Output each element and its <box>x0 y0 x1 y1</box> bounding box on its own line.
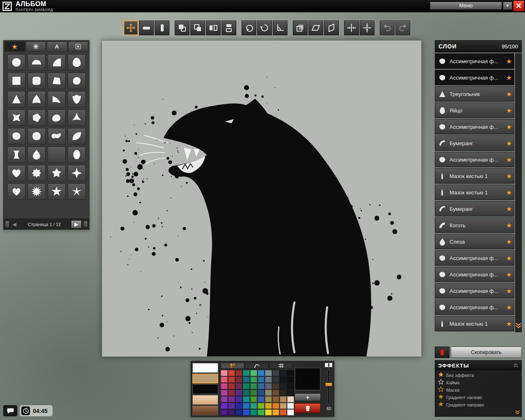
shape-trapezoid[interactable] <box>48 73 66 89</box>
align-horizontal-button[interactable] <box>344 21 359 35</box>
favorite-star-icon[interactable]: ★ <box>504 271 514 278</box>
shape-leaf[interactable] <box>68 128 86 144</box>
menu-button[interactable]: Меню <box>430 2 502 10</box>
layer-row[interactable]: Мазок кистью 1 ★ <box>435 316 514 331</box>
effect-item[interactable]: Маска <box>435 386 521 394</box>
palette-color[interactable] <box>287 370 294 376</box>
palette-color[interactable] <box>272 370 279 376</box>
shape-oval[interactable] <box>68 146 86 163</box>
palette-color[interactable] <box>258 403 265 409</box>
palette-color[interactable] <box>235 396 242 402</box>
palette-color[interactable] <box>221 409 228 415</box>
current-color-swatch[interactable] <box>192 395 218 405</box>
current-color-swatch[interactable] <box>192 374 218 383</box>
palette-color[interactable] <box>221 390 228 396</box>
favorite-star-icon[interactable]: ★ <box>504 254 514 262</box>
shape-three-point-star[interactable] <box>68 110 86 126</box>
brush-tab[interactable] <box>245 363 269 369</box>
scroll-up-icon[interactable] <box>513 363 518 368</box>
palette-color[interactable] <box>287 409 294 415</box>
palette-color[interactable] <box>287 396 294 402</box>
layer-row[interactable]: Ассиметричная ф... ★ <box>435 70 514 85</box>
shape-rounded-square[interactable] <box>27 73 46 89</box>
palette-color[interactable] <box>280 383 287 389</box>
palette-color[interactable] <box>250 383 257 389</box>
stretch-horizontal-tool[interactable] <box>139 21 154 35</box>
palette-color[interactable] <box>221 377 228 383</box>
palette-color[interactable] <box>272 403 279 409</box>
palette-color[interactable] <box>228 403 235 409</box>
current-color-swatch[interactable] <box>192 406 218 415</box>
next-page-button[interactable]: ▶ <box>71 220 82 228</box>
favorite-star-icon[interactable]: ★ <box>504 139 514 147</box>
angle-button[interactable] <box>273 21 288 35</box>
shape-bowtie[interactable] <box>27 110 46 126</box>
favorite-star-icon[interactable]: ★ <box>504 57 514 65</box>
bring-forward-button[interactable] <box>190 21 205 35</box>
shape-i-beam[interactable] <box>7 146 25 163</box>
palette-color[interactable] <box>228 396 235 402</box>
stretch-vertical-tool[interactable] <box>155 21 169 35</box>
shape-quarter-circle[interactable] <box>48 54 66 71</box>
palette-color[interactable] <box>265 377 272 383</box>
palette-color[interactable] <box>250 370 257 376</box>
layer-row[interactable]: Мазок кистью 1 ★ <box>435 168 514 184</box>
skew-horizontal-button[interactable] <box>308 21 323 35</box>
opacity-slider-handle[interactable] <box>325 383 332 386</box>
palette-color[interactable] <box>221 383 228 389</box>
pattern-tab[interactable] <box>269 363 293 369</box>
palette-color[interactable] <box>287 403 294 409</box>
palette-color[interactable] <box>258 390 265 396</box>
palette-color[interactable] <box>280 370 287 376</box>
canvas[interactable] <box>102 40 422 357</box>
shape-squircle[interactable] <box>27 128 46 144</box>
favorite-star-icon[interactable]: ★ <box>504 304 514 311</box>
palette-color[interactable] <box>235 370 242 376</box>
shadow-button[interactable] <box>293 21 308 35</box>
scroll-down-icon[interactable] <box>515 321 522 331</box>
palette-color[interactable] <box>250 403 257 409</box>
layer-row[interactable]: Ассиметричная ф... ★ <box>435 152 514 167</box>
palette-color[interactable] <box>243 390 250 396</box>
page-strip-right[interactable] <box>83 221 88 228</box>
palette-color[interactable] <box>243 370 250 376</box>
effect-item[interactable]: Без эффекта <box>435 372 521 379</box>
palette-color[interactable] <box>228 409 235 415</box>
favorite-star-icon[interactable]: ★ <box>504 156 514 164</box>
favorite-star-icon[interactable]: ★ <box>504 287 514 295</box>
favorite-star-icon[interactable]: ★ <box>504 238 514 246</box>
move-tool[interactable] <box>123 21 138 35</box>
shape-five-point-star[interactable] <box>48 183 66 200</box>
layer-row[interactable]: Яйцо ★ <box>435 103 514 118</box>
palette-color[interactable] <box>287 377 294 383</box>
shape-flower[interactable] <box>27 165 46 181</box>
chat-button[interactable] <box>3 405 17 416</box>
palette-color[interactable] <box>250 390 257 396</box>
palette-color[interactable] <box>228 370 235 376</box>
favorite-star-icon[interactable]: ★ <box>504 74 514 82</box>
palette-color[interactable] <box>243 403 250 409</box>
palette-color[interactable] <box>250 377 257 383</box>
scroll-down-icon[interactable] <box>515 409 520 416</box>
shape-blob[interactable] <box>68 73 86 89</box>
close-button[interactable]: ✕ <box>513 0 524 11</box>
favorite-star-icon[interactable]: ★ <box>504 189 514 196</box>
shape-triangle[interactable] <box>7 91 25 107</box>
redo-button[interactable] <box>395 21 410 35</box>
swap-horizontal-button[interactable] <box>206 21 221 35</box>
patterns-tab[interactable] <box>26 41 46 52</box>
palette-color[interactable] <box>221 403 228 409</box>
shape-rounded-blob[interactable] <box>7 128 25 144</box>
favorite-star-icon[interactable]: ★ <box>504 123 514 131</box>
palette-color[interactable] <box>287 390 294 396</box>
shape-four-point-star[interactable] <box>68 165 86 181</box>
shape-crescent[interactable] <box>48 146 66 163</box>
effect-item[interactable]: Градиент налево <box>435 394 521 401</box>
shape-wave[interactable] <box>48 128 66 144</box>
shape-rounded-triangle[interactable] <box>27 91 46 107</box>
palette-color[interactable] <box>272 377 279 383</box>
shape-rounded-star[interactable] <box>48 165 66 181</box>
delete-color-button[interactable] <box>294 403 321 413</box>
palette-color[interactable] <box>280 409 287 415</box>
favorite-star-icon[interactable]: ★ <box>504 107 514 114</box>
